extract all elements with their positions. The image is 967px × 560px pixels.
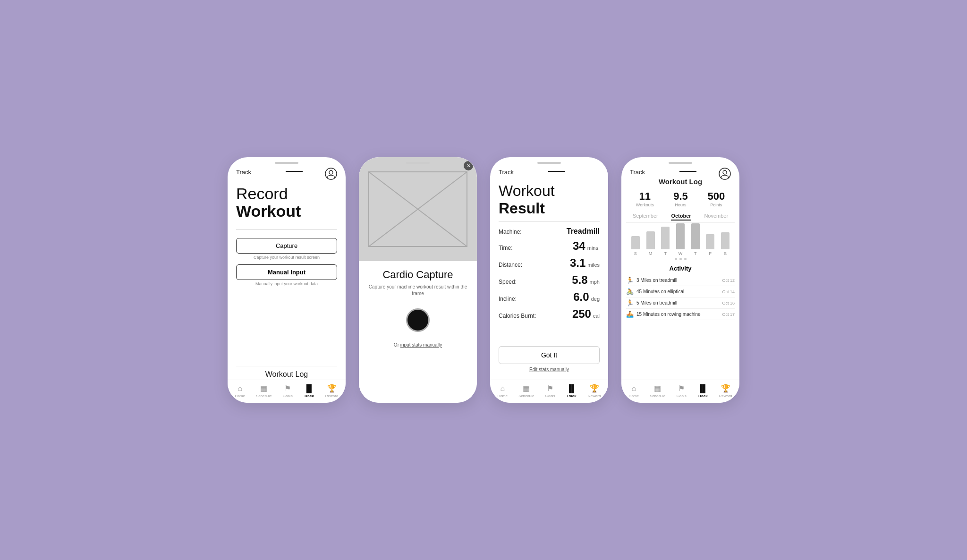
stat-label-speed: Speed: <box>499 279 517 285</box>
manual-input-button[interactable]: Manual Input <box>236 264 337 280</box>
chart-area: S M T W T <box>626 223 735 256</box>
nav-home-4[interactable]: ⌂ Home <box>629 384 639 398</box>
stat-label-distance: Distance: <box>499 262 522 268</box>
result-divider <box>499 221 600 221</box>
activity-text-4: 15 Minutes on rowing machine <box>636 312 701 317</box>
home-icon-1: ⌂ <box>238 384 242 393</box>
got-it-button[interactable]: Got It <box>499 346 600 364</box>
month-september[interactable]: September <box>633 213 658 221</box>
goals-icon-4: ⚑ <box>678 384 685 393</box>
profile-icon-1[interactable] <box>325 168 337 180</box>
nav-track-label-4: Track <box>698 394 708 398</box>
capture-button[interactable]: Capture <box>236 238 337 254</box>
bar-s2 <box>721 232 729 249</box>
capture-caption: Capture your workout result screen <box>236 255 337 260</box>
phone1-header: Track <box>228 166 346 178</box>
schedule-icon-3: ▦ <box>523 384 530 393</box>
screen1-bottom: Workout Log <box>236 366 337 380</box>
activity-section: Activity 🏃 3 Miles on treadmill Oct 12 🚴… <box>626 262 735 320</box>
phone2-white-bottom: Cardio Capture Capture your machine work… <box>359 261 477 403</box>
bar-col-t1: T <box>661 227 670 256</box>
phone4-header-title: Track <box>630 169 645 176</box>
cardio-capture-title: Cardio Capture <box>382 269 453 281</box>
activity-left-1: 🏃 3 Miles on treadmill <box>626 277 677 284</box>
stat-desc-workouts: Workouts <box>636 203 654 207</box>
goals-icon-1: ⚑ <box>284 384 291 393</box>
bar-m <box>646 231 655 249</box>
activity-item-1: 🏃 3 Miles on treadmill Oct 12 <box>626 275 735 286</box>
phone4-header: Track <box>621 166 739 178</box>
elliptical-icon: 🚴 <box>626 288 634 295</box>
capture-circle-button[interactable] <box>406 308 430 332</box>
bar-col-s1: S <box>631 236 640 256</box>
reward-icon-3: 🏆 <box>590 384 599 393</box>
stat-desc-hours: Hours <box>673 203 688 207</box>
profile-icon-4[interactable] <box>719 168 731 180</box>
stat-label-time: Time: <box>499 245 513 251</box>
stat-row-speed: Speed: 5.8 mph <box>499 273 600 287</box>
bar-label-s2: S <box>724 251 727 256</box>
month-november[interactable]: November <box>704 213 728 221</box>
treadmill-icon-1: 🏃 <box>626 277 634 284</box>
phone-1: Track Record Workout Capture Capture you… <box>228 157 346 403</box>
manual-caption: Manually input your workout data <box>236 281 337 286</box>
phone2-gray-top: ✕ <box>359 157 477 261</box>
bar-s1 <box>631 236 640 249</box>
bar-w <box>676 223 685 249</box>
stat-row-incline: Incline: 6.0 deg <box>499 290 600 304</box>
edit-stats-link[interactable]: Edit stats manually <box>529 367 569 372</box>
nav-schedule-4[interactable]: ▦ Schedule <box>650 384 665 398</box>
nav-track-1[interactable]: ▐▌ Track <box>304 384 314 398</box>
nav-home-1[interactable]: ⌂ Home <box>235 384 245 398</box>
nav-home-3[interactable]: ⌂ Home <box>498 384 508 398</box>
notch-bar-1 <box>275 162 298 164</box>
phone4-header-underline <box>679 171 696 172</box>
dot-2 <box>679 258 682 260</box>
bar-col-w: W <box>676 223 685 256</box>
stat-block-workouts: 11 Workouts <box>636 190 654 207</box>
nav-goals-3[interactable]: ⚑ Goals <box>545 384 555 398</box>
stat-value-machine: Treadmill <box>567 227 600 236</box>
result-workout-text: Workout <box>499 182 600 200</box>
stat-value-calories: 250 cal <box>572 307 600 321</box>
month-october[interactable]: October <box>671 213 691 221</box>
chart-dots <box>626 258 735 260</box>
notch-bar-3 <box>537 162 561 164</box>
activity-date-4: Oct 17 <box>722 312 735 317</box>
nav-schedule-1[interactable]: ▦ Schedule <box>256 384 271 398</box>
stat-value-distance: 3.1 miles <box>570 256 600 270</box>
nav-goals-label-4: Goals <box>677 394 687 398</box>
nav-goals-label-3: Goals <box>545 394 555 398</box>
nav-reward-label-3: Reward <box>588 394 601 398</box>
activity-title: Activity <box>626 265 735 272</box>
phone2-inner: ✕ Cardio Capture Capture your machine wo… <box>359 157 477 403</box>
bar-f <box>706 234 714 249</box>
nav-reward-3[interactable]: 🏆 Reward <box>588 384 601 398</box>
nav-goals-1[interactable]: ⚑ Goals <box>283 384 293 398</box>
activity-left-3: 🏃 5 Miles on treadmill <box>626 299 677 306</box>
nav-track-4[interactable]: ▐▌ Track <box>697 384 708 398</box>
phone1-header-title: Track <box>236 169 251 176</box>
track-icon-3: ▐▌ <box>566 384 577 393</box>
bar-col-m: M <box>646 231 655 256</box>
close-button-2[interactable]: ✕ <box>464 161 473 170</box>
nav-goals-4[interactable]: ⚑ Goals <box>677 384 687 398</box>
screen3-actions: Got It Edit stats manually <box>490 341 608 380</box>
stat-label-machine: Machine: <box>499 229 522 235</box>
nav-track-3[interactable]: ▐▌ Track <box>566 384 577 398</box>
notch-bar-4 <box>669 162 692 164</box>
dot-1 <box>675 258 677 260</box>
phone3-header-underline <box>548 171 565 172</box>
bar-col-t2: T <box>691 223 700 256</box>
nav-home-label-1: Home <box>235 394 245 398</box>
cardio-capture-subtitle: Capture your machine workout result with… <box>367 284 468 297</box>
schedule-icon-4: ▦ <box>654 384 661 393</box>
nav-reward-1[interactable]: 🏆 Reward <box>325 384 339 398</box>
nav-schedule-3[interactable]: ▦ Schedule <box>518 384 534 398</box>
stat-desc-points: Points <box>707 203 725 207</box>
input-stats-link[interactable]: input stats manually <box>400 342 442 348</box>
activity-left-2: 🚴 45 Minutes on elliptical <box>626 288 684 295</box>
phone-4: Track Workout Log 11 Workouts 9.5 Hours <box>621 157 739 403</box>
activity-text-3: 5 Miles on treadmill <box>636 300 677 305</box>
nav-reward-4[interactable]: 🏆 Reward <box>719 384 732 398</box>
